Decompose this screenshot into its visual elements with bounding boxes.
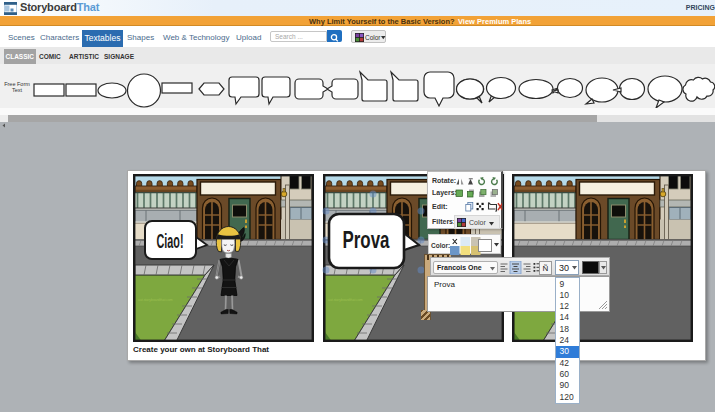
svg-text:Ciao!: Ciao! — [157, 229, 184, 252]
svg-text:Prova: Prova — [343, 226, 390, 253]
